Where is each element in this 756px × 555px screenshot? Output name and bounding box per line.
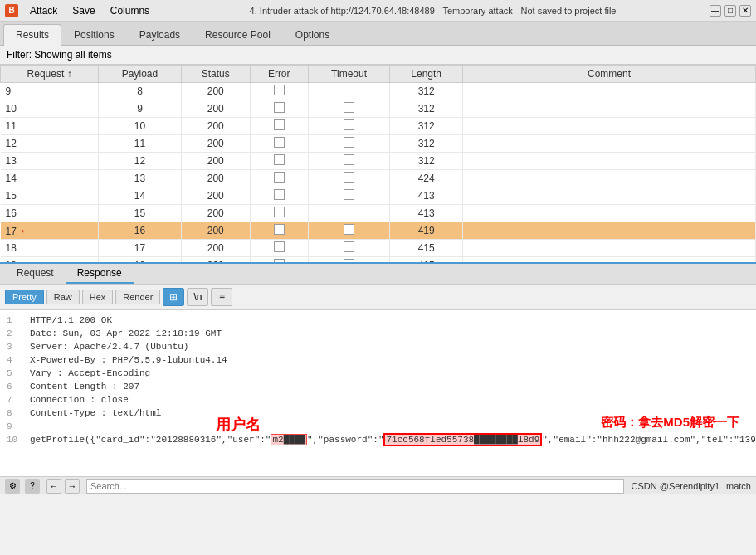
window-controls[interactable]: — □ ✕ [710,5,751,17]
tab-positions[interactable]: Positions [61,24,127,45]
cell-length: 312 [390,100,463,118]
cell-comment [463,83,756,100]
cell-payload: 8 [99,83,181,100]
cell-length: 413 [390,187,463,205]
response-line: 1HTTP/1.1 200 OK [7,314,749,327]
tab-payloads[interactable]: Payloads [127,24,193,45]
response-content: 1HTTP/1.1 200 OK2Date: Sun, 03 Apr 2022 … [0,310,756,476]
table-row[interactable]: 109200312 [1,100,756,118]
cell-length: 415 [390,257,463,265]
statusbar-nav[interactable]: ← → [46,479,80,494]
search-input[interactable] [86,479,624,494]
table-row[interactable]: 1312200312 [1,153,756,170]
cell-status: 200 [181,153,250,170]
response-line: 5Vary : Accept-Encoding [7,367,749,380]
table-row[interactable]: 1211200312 [1,135,756,153]
main-tabbar: Results Positions Payloads Resource Pool… [0,22,756,46]
cell-request: 16 [1,205,99,222]
col-comment[interactable]: Comment [463,66,756,83]
cell-payload: 11 [99,135,181,153]
cell-error [250,170,308,187]
btn-render[interactable]: Render [115,290,160,304]
cell-request: 18 [1,240,99,257]
btn-raw[interactable]: Raw [46,290,80,304]
back-button[interactable]: ← [46,479,61,494]
help-icon[interactable]: ? [25,479,40,494]
cell-payload: 12 [99,153,181,170]
btn-hex[interactable]: Hex [82,290,114,304]
cell-error [250,135,308,153]
menu-attack[interactable]: Attack [23,3,64,18]
col-error[interactable]: Error [250,66,308,83]
list-icon[interactable]: ≡ [211,288,232,306]
minimize-button[interactable]: — [710,5,721,17]
tab-response[interactable]: Response [66,264,134,284]
col-status[interactable]: Status [181,66,250,83]
cell-request: 14 [1,170,99,187]
tab-request[interactable]: Request [5,264,66,284]
cell-error [250,222,308,240]
line-content: Connection : close [30,393,129,407]
table-row[interactable]: 1918200415 [1,257,756,265]
cell-status: 200 [181,240,250,257]
settings-icon[interactable]: ⚙ [5,479,20,494]
col-payload[interactable]: Payload [99,66,181,83]
cell-timeout [308,170,390,187]
table-row[interactable]: 1413200424 [1,170,756,187]
table-row[interactable]: 1615200413 [1,205,756,222]
close-button[interactable]: ✕ [739,5,751,17]
cell-length: 419 [390,222,463,240]
line-content: Date: Sun, 03 Apr 2022 12:18:19 GMT [30,327,222,340]
cell-status: 200 [181,118,250,135]
response-line: 7Connection : close [7,393,749,407]
cell-request: 9 [1,83,99,100]
line-number: 3 [7,340,23,353]
results-table: Request ↑ Payload Status Error Timeout L… [0,65,756,264]
response-line: 2Date: Sun, 03 Apr 2022 12:18:19 GMT [7,327,749,340]
cell-comment [463,153,756,170]
cell-timeout [308,100,390,118]
response-line: 3Server: Apache/2.4.7 (Ubuntu) [7,340,749,353]
col-timeout[interactable]: Timeout [308,66,390,83]
line-number: 2 [7,327,23,340]
table-row[interactable]: 17 ←16200419 [1,222,756,240]
statusbar: ⚙ ? ← → CSDN @Serendipity1 match [0,476,756,494]
table-row[interactable]: 1110200312 [1,118,756,135]
tab-results[interactable]: Results [3,24,61,46]
line-number: 1 [7,314,23,327]
tab-options[interactable]: Options [283,24,342,45]
cell-status: 200 [181,187,250,205]
tab-resource-pool[interactable]: Resource Pool [193,24,283,45]
cell-payload: 10 [99,118,181,135]
menu-columns[interactable]: Columns [104,3,156,18]
col-length[interactable]: Length [390,66,463,83]
cell-status: 200 [181,135,250,153]
wrap-icon[interactable]: ⊞ [163,288,184,306]
menu-save[interactable]: Save [66,3,101,18]
cell-timeout [308,118,390,135]
btn-pretty[interactable]: Pretty [5,290,44,304]
annotation-username: 用户名 [216,415,261,435]
cell-request: 11 [1,118,99,135]
titlebar-menu[interactable]: Attack Save Columns [23,3,156,18]
cell-length: 312 [390,135,463,153]
cell-error [250,83,308,100]
titlebar: B Attack Save Columns 4. Intruder attack… [0,0,756,22]
table-row[interactable]: 1817200415 [1,240,756,257]
cell-error [250,205,308,222]
table-row[interactable]: 1514200413 [1,187,756,205]
cell-timeout [308,205,390,222]
newline-icon[interactable]: \n [187,288,208,306]
forward-button[interactable]: → [65,479,80,494]
col-request[interactable]: Request ↑ [1,66,99,83]
table-row[interactable]: 98200312 [1,83,756,100]
line-number: 6 [7,380,23,393]
line-number: 10 [7,433,23,446]
app-icon: B [5,4,18,17]
line-number: 9 [7,420,23,433]
statusbar-icons[interactable]: ⚙ ? [5,479,40,494]
cell-comment [463,170,756,187]
cell-payload: 13 [99,170,181,187]
maximize-button[interactable]: □ [724,5,736,17]
cell-status: 200 [181,222,250,240]
